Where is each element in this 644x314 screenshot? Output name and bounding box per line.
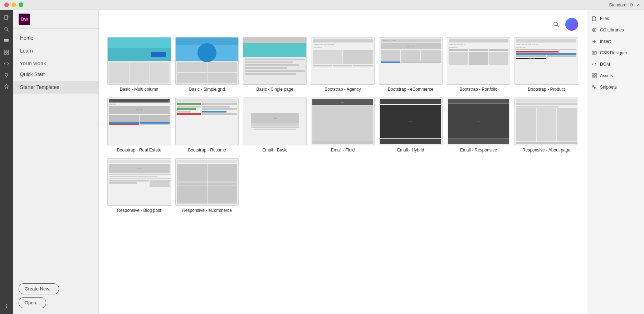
panel-item-assets[interactable]: Assets bbox=[587, 70, 644, 81]
svg-point-31 bbox=[595, 88, 596, 89]
insert-label: Insert bbox=[600, 39, 611, 44]
template-name-email-responsive: Email - Responsive bbox=[447, 148, 511, 153]
rail-more-icon[interactable] bbox=[1, 301, 11, 311]
assets-label: Assets bbox=[600, 73, 613, 78]
app-window: Dw Home Learn YOUR WORK Quick Start Star… bbox=[0, 10, 644, 314]
sidebar-item-learn[interactable]: Learn bbox=[13, 44, 98, 57]
titlebar: Standard ⚙ ↗ bbox=[0, 0, 644, 10]
template-card-responsive-ecommerce[interactable]: Responsive - eCommerce bbox=[175, 158, 239, 213]
svg-rect-23 bbox=[592, 51, 596, 54]
template-card-bootstrap-agency[interactable]: Lorem ipsum dolor sit amet, consectetur bbox=[311, 37, 375, 92]
dw-logo: Dw bbox=[19, 14, 30, 25]
template-card-responsive-blog[interactable]: Sample bbox=[107, 158, 171, 213]
rail-star-icon[interactable] bbox=[1, 81, 11, 91]
template-thumb-responsive-about bbox=[514, 98, 578, 145]
template-thumb-bootstrap-resume bbox=[175, 98, 239, 145]
svg-point-16 bbox=[554, 22, 557, 26]
template-name-basic-grid: Basic - Simple grid bbox=[175, 87, 239, 92]
cc-libraries-icon bbox=[591, 27, 597, 33]
template-name-email-hybrid: Email - Hybrid bbox=[379, 148, 443, 153]
settings-icon[interactable]: ⚙ bbox=[629, 3, 633, 8]
svg-rect-6 bbox=[4, 50, 6, 52]
template-card-email-hybrid[interactable]: ab/tt Email - Hybrid bbox=[379, 98, 443, 152]
maximize-button[interactable] bbox=[19, 3, 23, 7]
template-card-bootstrap-portfolio[interactable]: Lorem ipsum dolor sit consectetur bbox=[447, 37, 511, 92]
snippets-icon bbox=[591, 84, 597, 90]
template-card-email-fluid[interactable]: ab/tt Email - Fluid bbox=[311, 98, 375, 152]
template-name-responsive-about: Responsive - About page bbox=[514, 148, 578, 153]
icon-rail bbox=[0, 10, 13, 314]
svg-point-15 bbox=[6, 307, 7, 308]
svg-rect-28 bbox=[592, 76, 594, 78]
sidebar-item-home[interactable]: Home bbox=[13, 31, 98, 44]
minimize-button[interactable] bbox=[11, 3, 16, 7]
svg-point-13 bbox=[6, 304, 7, 305]
insert-icon bbox=[591, 39, 597, 44]
template-card-basic-grid[interactable]: Basic - Simple grid bbox=[175, 37, 239, 92]
rail-file-icon[interactable] bbox=[1, 13, 11, 23]
template-thumb-basic-multi bbox=[107, 37, 171, 85]
rail-paint-icon[interactable] bbox=[1, 70, 11, 80]
sidebar-header: Dw bbox=[13, 10, 98, 29]
template-name-bootstrap-portfolio: Bootstrap - Portfolio bbox=[447, 87, 511, 92]
template-thumb-responsive-blog: Sample bbox=[107, 158, 171, 206]
template-name-bootstrap-resume: Bootstrap - Resume bbox=[175, 148, 239, 153]
svg-point-19 bbox=[592, 28, 596, 32]
template-thumb-bootstrap-portfolio: Lorem ipsum dolor sit consectetur bbox=[447, 37, 511, 85]
template-name-email-basic: Email - Basic bbox=[243, 148, 307, 153]
svg-line-2 bbox=[8, 30, 9, 32]
assets-icon bbox=[591, 73, 597, 79]
template-name-email-fluid: Email - Fluid bbox=[311, 148, 375, 153]
right-panel: Files CC Libraries Insert bbox=[587, 10, 644, 314]
template-card-basic-multi[interactable]: Basic - Multi column bbox=[107, 37, 171, 92]
main-header bbox=[107, 17, 578, 31]
rail-layers-icon[interactable] bbox=[1, 36, 11, 46]
dom-label: DOM bbox=[600, 62, 610, 67]
svg-point-20 bbox=[594, 29, 595, 31]
dom-icon bbox=[591, 61, 597, 67]
template-thumb-bootstrap-agency: Lorem ipsum dolor sit amet, consectetur bbox=[311, 37, 375, 85]
svg-rect-9 bbox=[7, 53, 9, 54]
panel-item-snippets[interactable]: Snippets bbox=[587, 81, 644, 93]
template-name-basic-single: Basic - Single page bbox=[243, 87, 307, 92]
template-thumb-bootstrap-ecommerce: Lorem ipsum dolor sit... 1920 x 500 bbox=[379, 37, 443, 85]
search-button[interactable] bbox=[551, 19, 561, 29]
svg-line-32 bbox=[594, 87, 595, 88]
template-card-bootstrap-resume[interactable]: Bootstrap - Resume bbox=[175, 98, 239, 152]
sidebar: Dw Home Learn YOUR WORK Quick Start Star… bbox=[13, 10, 99, 314]
template-thumb-email-fluid: ab/tt bbox=[311, 98, 375, 145]
rail-search-icon[interactable] bbox=[1, 24, 11, 34]
template-name-basic-multi: Basic - Multi column bbox=[107, 87, 171, 92]
sidebar-item-quick-start[interactable]: Quick Start bbox=[13, 68, 98, 81]
panel-item-dom[interactable]: DOM bbox=[587, 59, 644, 70]
share-icon[interactable]: ↗ bbox=[636, 3, 640, 8]
create-new-button[interactable]: Create New... bbox=[19, 283, 59, 294]
template-card-bootstrap-ecommerce[interactable]: Lorem ipsum dolor sit... 1920 x 500 bbox=[379, 37, 443, 92]
sidebar-item-starter-templates[interactable]: Starter Templates bbox=[13, 81, 98, 94]
svg-line-17 bbox=[557, 25, 558, 27]
template-card-bootstrap-real-estate[interactable]: 1920 x 500 1920 x 500 bbox=[107, 98, 171, 152]
panel-item-files[interactable]: Files bbox=[587, 13, 644, 24]
window-controls[interactable] bbox=[4, 3, 23, 7]
rail-code-icon[interactable] bbox=[1, 59, 11, 69]
templates-grid: Basic - Multi column bbox=[107, 37, 578, 221]
template-card-responsive-about[interactable]: Responsive - About page bbox=[514, 98, 578, 152]
rail-element-icon[interactable] bbox=[1, 47, 11, 57]
svg-marker-12 bbox=[4, 84, 9, 89]
close-button[interactable] bbox=[4, 3, 9, 7]
template-card-bootstrap-product[interactable]: Lorem ipsum dolor sit amet, consectetur … bbox=[514, 37, 578, 92]
template-card-basic-single[interactable]: Basic - Single page bbox=[243, 37, 307, 92]
template-thumb-responsive-ecommerce bbox=[175, 158, 239, 206]
user-avatar[interactable] bbox=[565, 18, 578, 31]
panel-item-cc-libraries[interactable]: CC Libraries bbox=[587, 24, 644, 36]
panel-item-insert[interactable]: Insert bbox=[587, 36, 644, 47]
template-card-email-responsive[interactable]: ab/tt Email - Responsive bbox=[447, 98, 511, 152]
open-button[interactable]: Open... bbox=[19, 297, 46, 308]
panel-item-css-designer[interactable]: CSS Designer bbox=[587, 47, 644, 59]
snippets-label: Snippets bbox=[600, 85, 617, 90]
template-card-email-basic[interactable]: Hello Email - Basic bbox=[243, 98, 307, 152]
svg-rect-29 bbox=[595, 76, 596, 78]
template-name-bootstrap-ecommerce: Bootstrap - eCommerce bbox=[379, 87, 443, 92]
standard-label[interactable]: Standard bbox=[609, 3, 626, 8]
titlebar-right: Standard ⚙ ↗ bbox=[609, 3, 640, 8]
